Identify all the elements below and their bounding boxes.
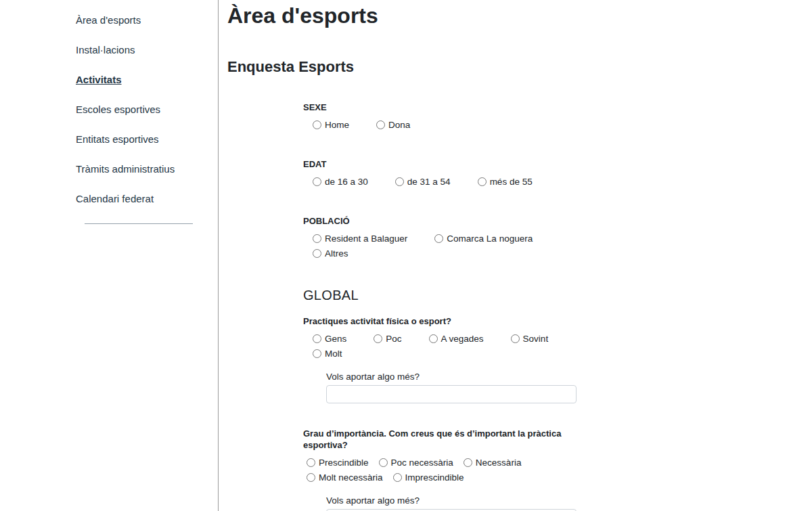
radio-option-gens[interactable]: Gens bbox=[313, 333, 346, 345]
radio-option-de-16-a-30[interactable]: de 16 a 30 bbox=[313, 176, 368, 187]
sidebar-divider bbox=[85, 223, 193, 224]
followup-block: Vols aportar algo més? bbox=[326, 371, 812, 403]
radio-option-label: Gens bbox=[325, 333, 346, 345]
radio-option-dona[interactable]: Dona bbox=[376, 119, 410, 131]
sidebar-item-entitats-esportives[interactable]: Entitats esportives bbox=[76, 134, 218, 145]
radio-input-molt[interactable] bbox=[313, 349, 321, 358]
sidebar-item-instal-lacions[interactable]: Instal·lacions bbox=[76, 45, 218, 55]
radio-input-sovint[interactable] bbox=[511, 334, 520, 343]
radio-option-label: Comarca La noguera bbox=[447, 233, 533, 244]
radio-option-a-vegades[interactable]: A vegades bbox=[429, 333, 484, 345]
form-section-edat: EDATde 16 a 30de 31 a 54més de 55 bbox=[303, 158, 812, 191]
radio-input-de-16-a-30[interactable] bbox=[313, 177, 321, 186]
radio-option-imprescindible[interactable]: Imprescindible bbox=[393, 472, 464, 483]
radio-input-home[interactable] bbox=[313, 120, 321, 129]
radio-option-necessaria[interactable]: Necessària bbox=[464, 457, 522, 468]
radio-options: HomeDona bbox=[303, 119, 587, 134]
radio-option-label: A vegades bbox=[441, 333, 484, 345]
radio-input-dona[interactable] bbox=[376, 120, 385, 129]
page: Àrea d'esportsInstal·lacionsActivitatsEs… bbox=[0, 0, 812, 511]
radio-options: Resident a BalaguerComarca La nogueraAlt… bbox=[303, 233, 587, 263]
form-section-poblacio: POBLACIÓResident a BalaguerComarca La no… bbox=[303, 215, 812, 263]
sidebar-item-area-d-esports[interactable]: Àrea d'esports bbox=[76, 15, 218, 26]
main-content: Àrea d'esports Enquesta Esports SEXEHome… bbox=[218, 0, 812, 511]
radio-input-comarca-la-noguera[interactable] bbox=[434, 234, 443, 243]
radio-option-poc[interactable]: Poc bbox=[374, 333, 401, 345]
form-section-grau-d-importancia-com-creus-q: Grau d’importància. Com creus que és d’i… bbox=[303, 428, 812, 511]
radio-option-label: Poc necessària bbox=[391, 457, 453, 468]
radio-option-label: de 31 a 54 bbox=[407, 176, 451, 187]
sidebar-item-escoles-esportives[interactable]: Escoles esportives bbox=[76, 104, 218, 115]
radio-input-prescindible[interactable] bbox=[307, 458, 315, 467]
radio-input-altres[interactable] bbox=[313, 249, 321, 258]
radio-option-label: Dona bbox=[388, 119, 410, 131]
radio-input-de-31-a-54[interactable] bbox=[395, 177, 404, 186]
radio-option-label: de 16 a 30 bbox=[325, 176, 368, 187]
radio-option-resident-a-balaguer[interactable]: Resident a Balaguer bbox=[313, 233, 407, 244]
question-label: POBLACIÓ bbox=[303, 215, 564, 227]
radio-option-label: Molt necessària bbox=[319, 472, 383, 483]
radio-option-poc-necessaria[interactable]: Poc necessària bbox=[379, 457, 453, 468]
followup-label: Vols aportar algo més? bbox=[326, 371, 812, 382]
radio-options: de 16 a 30de 31 a 54més de 55 bbox=[303, 176, 587, 191]
radio-option-label: Resident a Balaguer bbox=[325, 233, 407, 244]
radio-input-resident-a-balaguer[interactable] bbox=[313, 234, 321, 243]
sidebar-item-tramits-administratius[interactable]: Tràmits administratius bbox=[76, 164, 218, 175]
radio-option-mes-de-55[interactable]: més de 55 bbox=[478, 176, 533, 187]
radio-option-molt-necessaria[interactable]: Molt necessària bbox=[307, 472, 383, 483]
radio-option-label: més de 55 bbox=[490, 176, 533, 187]
radio-input-poc-necessaria[interactable] bbox=[379, 458, 388, 467]
followup-input[interactable] bbox=[326, 385, 577, 403]
question-label: Practiques activitat física o esport? bbox=[303, 315, 564, 327]
radio-input-gens[interactable] bbox=[313, 334, 321, 343]
radio-option-label: Prescindible bbox=[319, 457, 369, 468]
radio-option-label: Sovint bbox=[523, 333, 549, 345]
form-title: Enquesta Esports bbox=[227, 58, 812, 76]
radio-input-poc[interactable] bbox=[374, 334, 382, 343]
followup-label: Vols aportar algo més? bbox=[326, 495, 812, 506]
section-heading-global: GLOBAL bbox=[303, 287, 812, 303]
radio-input-molt-necessaria[interactable] bbox=[307, 473, 315, 482]
radio-options: PrescindiblePoc necessàriaNecessàriaMolt… bbox=[303, 457, 604, 487]
radio-option-label: Imprescindible bbox=[405, 472, 464, 483]
radio-options: GensPocA vegadesSovintMolt bbox=[303, 333, 587, 363]
radio-option-de-31-a-54[interactable]: de 31 a 54 bbox=[395, 176, 451, 187]
radio-input-imprescindible[interactable] bbox=[393, 473, 402, 482]
sidebar-item-calendari-federat[interactable]: Calendari federat bbox=[76, 194, 218, 204]
radio-option-label: Molt bbox=[325, 348, 342, 359]
radio-option-sovint[interactable]: Sovint bbox=[511, 333, 549, 345]
radio-option-home[interactable]: Home bbox=[313, 119, 349, 131]
question-label: Grau d’importància. Com creus que és d’i… bbox=[303, 428, 564, 451]
radio-option-comarca-la-noguera[interactable]: Comarca La noguera bbox=[434, 233, 533, 244]
radio-input-mes-de-55[interactable] bbox=[478, 177, 487, 186]
radio-input-a-vegades[interactable] bbox=[429, 334, 438, 343]
radio-option-molt[interactable]: Molt bbox=[313, 348, 342, 359]
sidebar: Àrea d'esportsInstal·lacionsActivitatsEs… bbox=[0, 0, 218, 511]
radio-option-altres[interactable]: Altres bbox=[313, 248, 348, 259]
radio-input-necessaria[interactable] bbox=[464, 458, 472, 467]
sidebar-nav: Àrea d'esportsInstal·lacionsActivitatsEs… bbox=[76, 15, 218, 204]
form-section-sexe: SEXEHomeDona bbox=[303, 102, 812, 134]
page-title: Àrea d'esports bbox=[227, 3, 812, 28]
radio-option-label: Poc bbox=[386, 333, 401, 345]
radio-option-label: Necessària bbox=[476, 457, 522, 468]
question-label: SEXE bbox=[303, 102, 564, 113]
form-section-practiques-activitat-fisica-o-: Practiques activitat física o esport?Gen… bbox=[303, 315, 812, 403]
radio-option-prescindible[interactable]: Prescindible bbox=[307, 457, 369, 468]
radio-option-label: Home bbox=[325, 119, 349, 131]
question-label: EDAT bbox=[303, 158, 564, 170]
sidebar-item-activitats[interactable]: Activitats bbox=[76, 74, 218, 85]
followup-block: Vols aportar algo més? bbox=[326, 495, 812, 511]
survey-form: SEXEHomeDonaEDATde 16 a 30de 31 a 54més … bbox=[303, 102, 812, 511]
radio-option-label: Altres bbox=[325, 248, 348, 259]
